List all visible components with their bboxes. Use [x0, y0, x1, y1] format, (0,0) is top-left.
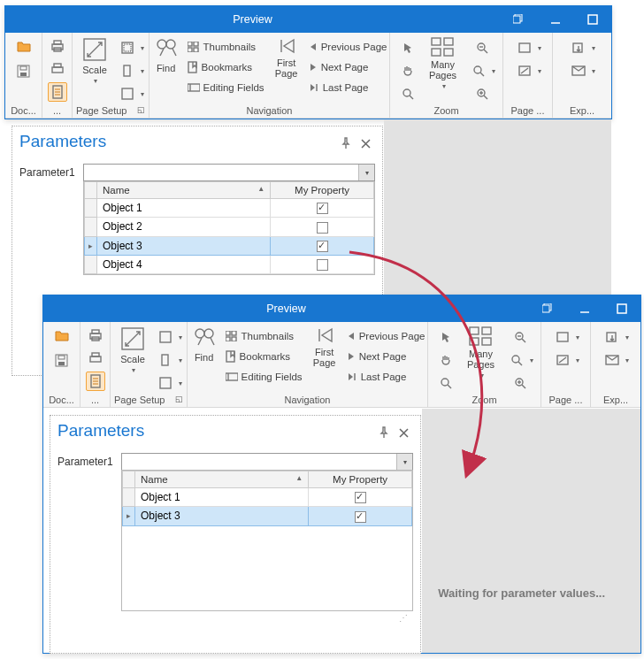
pointer-icon[interactable] — [398, 38, 418, 57]
quick-print-icon[interactable] — [86, 349, 105, 368]
quick-print-icon[interactable] — [48, 59, 67, 79]
cell-checkbox[interactable] — [271, 218, 374, 236]
send-icon[interactable] — [569, 61, 588, 80]
maximize-icon[interactable] — [574, 6, 611, 33]
bookmarks-button[interactable]: Bookmarks — [226, 348, 291, 365]
minimize-icon[interactable] — [566, 295, 603, 322]
chevron-down-icon[interactable]: ▾ — [396, 454, 412, 470]
many-pages-button[interactable]: Many Pages ▾ — [421, 36, 465, 90]
table-row[interactable]: Object 1 — [85, 199, 374, 218]
watermark-icon[interactable] — [553, 350, 572, 370]
pin-icon[interactable] — [336, 134, 356, 153]
zoom-in-icon[interactable] — [510, 373, 530, 393]
thumbnails-button[interactable]: Thumbnails — [226, 327, 294, 345]
first-page-button[interactable]: FirstPage — [272, 36, 302, 79]
svg-rect-68 — [160, 332, 171, 342]
restore-icon[interactable] — [529, 295, 566, 322]
size-icon[interactable] — [156, 373, 175, 393]
param-grid[interactable]: Name▲My PropertyObject 1▸Object 3 — [121, 470, 413, 611]
margins-icon[interactable] — [156, 327, 175, 347]
group-label-zoom: Zoom — [394, 105, 499, 116]
watermark-icon[interactable] — [515, 61, 534, 80]
find-button[interactable]: Find — [190, 326, 218, 363]
table-row[interactable]: Object 4 — [85, 255, 374, 273]
thumbnails-button[interactable]: Thumbnails — [188, 38, 256, 56]
cell-checkbox[interactable] — [271, 236, 374, 255]
orientation-icon[interactable] — [118, 61, 137, 80]
cell-name: Object 4 — [97, 255, 271, 273]
send-icon[interactable] — [602, 350, 622, 370]
svg-rect-3 — [588, 15, 597, 24]
table-row[interactable]: ▸Object 3 — [123, 507, 412, 525]
print-icon[interactable] — [48, 36, 67, 56]
maximize-icon[interactable] — [603, 295, 640, 322]
previous-page-button[interactable]: Previous Page — [347, 327, 426, 345]
last-page-button[interactable]: Last Page — [309, 79, 369, 96]
chevron-down-icon[interactable]: ▾ — [358, 165, 374, 180]
export-icon[interactable] — [602, 327, 622, 347]
close-icon[interactable] — [356, 134, 375, 153]
next-page-button[interactable]: Next Page — [347, 348, 407, 365]
svg-point-31 — [403, 89, 410, 96]
zoom-icon[interactable] — [507, 350, 526, 370]
group-label-doc: Doc... — [9, 105, 38, 116]
pin-icon[interactable] — [374, 423, 394, 442]
param-grid[interactable]: Name▲My PropertyObject 1Object 2▸Object … — [83, 180, 375, 275]
magnifier-icon[interactable] — [398, 84, 418, 103]
editing-fields-button[interactable]: Editing Fields — [188, 79, 264, 96]
find-button[interactable]: Find — [152, 36, 180, 73]
group-label-navigation: Navigation — [191, 395, 424, 405]
bookmarks-button[interactable]: Bookmarks — [188, 58, 253, 76]
page-color-icon[interactable] — [515, 38, 534, 57]
dialog-launcher-icon[interactable]: ◱ — [175, 395, 183, 405]
margins-icon[interactable] — [118, 38, 137, 57]
zoom-icon[interactable] — [469, 61, 488, 80]
last-page-button[interactable]: Last Page — [347, 368, 407, 386]
open-icon[interactable] — [14, 36, 34, 56]
scale-button[interactable]: Scale ▾ — [77, 36, 112, 85]
table-row[interactable]: Object 2 — [85, 218, 374, 236]
table-row[interactable]: Object 1 — [123, 488, 412, 507]
cell-checkbox[interactable] — [309, 488, 412, 507]
hand-icon[interactable] — [436, 350, 456, 370]
svg-rect-11 — [54, 64, 61, 67]
cell-checkbox[interactable] — [271, 199, 374, 218]
svg-rect-36 — [444, 49, 453, 56]
export-icon[interactable] — [569, 38, 588, 57]
titlebar: Preview — [5, 6, 611, 33]
cell-checkbox[interactable] — [309, 507, 412, 525]
svg-rect-24 — [194, 42, 198, 46]
zoom-in-icon[interactable] — [472, 84, 492, 103]
first-page-button[interactable]: FirstPage — [310, 326, 340, 368]
group-label-doc: Doc... — [47, 395, 76, 405]
print-icon[interactable] — [86, 326, 105, 345]
parameters-icon[interactable] — [48, 82, 67, 102]
close-icon[interactable] — [394, 423, 413, 442]
cell-checkbox[interactable] — [271, 255, 374, 273]
parameters-icon[interactable] — [86, 372, 105, 391]
zoom-out-icon[interactable] — [510, 327, 530, 347]
minimize-icon[interactable] — [537, 6, 574, 33]
hand-icon[interactable] — [398, 61, 418, 80]
previous-page-button[interactable]: Previous Page — [309, 38, 387, 56]
save-icon[interactable] — [14, 61, 34, 80]
next-page-button[interactable]: Next Page — [309, 58, 369, 76]
orientation-icon[interactable] — [156, 350, 175, 370]
svg-rect-84 — [482, 327, 491, 334]
param-select[interactable]: ▾ — [83, 164, 375, 181]
svg-rect-19 — [124, 65, 130, 76]
open-icon[interactable] — [52, 326, 72, 345]
scale-button[interactable]: Scale▾ — [115, 326, 150, 374]
dialog-launcher-icon[interactable]: ◱ — [137, 105, 145, 116]
zoom-out-icon[interactable] — [472, 38, 492, 57]
table-row[interactable]: ▸Object 3 — [85, 236, 374, 255]
magnifier-icon[interactable] — [436, 373, 456, 393]
param-select[interactable]: ▾ — [121, 453, 413, 471]
save-icon[interactable] — [52, 350, 72, 370]
page-color-icon[interactable] — [553, 327, 572, 347]
size-icon[interactable] — [118, 84, 137, 103]
many-pages-button[interactable]: Many Pages▾ — [459, 326, 503, 379]
pointer-icon[interactable] — [436, 327, 456, 347]
editing-fields-button[interactable]: Editing Fields — [226, 368, 303, 386]
restore-icon[interactable] — [500, 6, 537, 33]
